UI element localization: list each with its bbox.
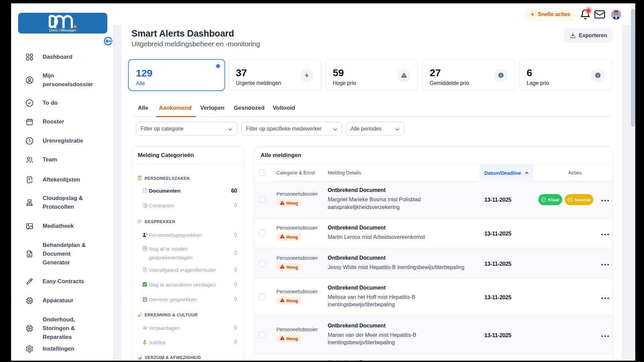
- svg-text:DentallManager: DentallManager: [49, 28, 76, 32]
